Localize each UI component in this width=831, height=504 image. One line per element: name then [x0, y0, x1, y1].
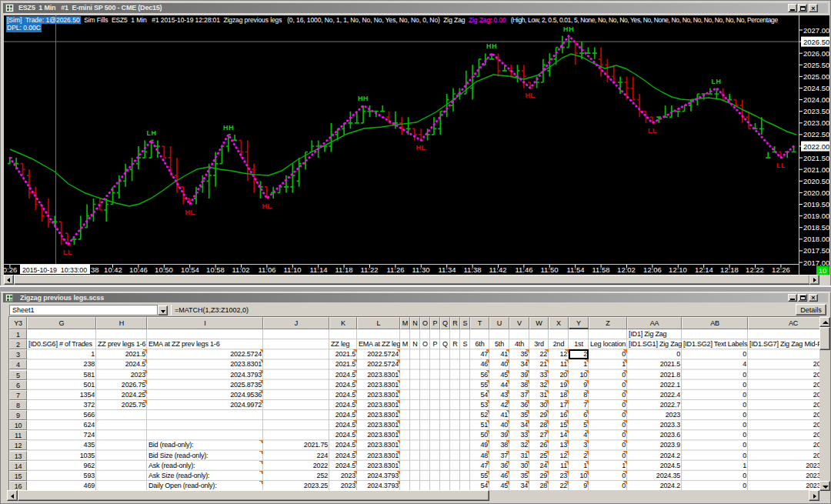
svg-text:HL: HL: [526, 92, 536, 99]
svg-text:12:02: 12:02: [617, 265, 636, 274]
svg-text:10: 10: [819, 266, 827, 275]
svg-text:2015-10-19 10:33:00: 2015-10-19 10:33:00: [22, 266, 87, 274]
svg-text:2017.50: 2017.50: [803, 246, 829, 255]
svg-text:2025.00: 2025.00: [803, 72, 829, 81]
svg-text:12:10: 12:10: [669, 265, 687, 274]
svg-text:10:54: 10:54: [181, 265, 199, 274]
svg-text:2025.50: 2025.50: [803, 61, 829, 69]
svg-text:2019.00: 2019.00: [803, 212, 829, 220]
svg-text:HL: HL: [262, 202, 272, 210]
svg-text:HH: HH: [358, 95, 369, 102]
svg-text:12:14: 12:14: [695, 265, 713, 274]
svg-text:12:06: 12:06: [643, 265, 662, 274]
svg-text:2019.50: 2019.50: [803, 200, 829, 209]
svg-text:11:42: 11:42: [489, 265, 506, 274]
svg-text:2026.00: 2026.00: [803, 49, 829, 58]
svg-text:2024.00: 2024.00: [803, 95, 829, 104]
svg-text:2020.50: 2020.50: [803, 177, 829, 185]
svg-text:10:46: 10:46: [129, 265, 148, 274]
svg-text:2018.00: 2018.00: [803, 235, 829, 243]
svg-text:2023.50: 2023.50: [803, 107, 829, 115]
svg-text:12:26: 12:26: [772, 265, 790, 274]
svg-text:11:06: 11:06: [258, 265, 275, 274]
svg-text:12:22: 12:22: [746, 265, 764, 274]
svg-text:HH: HH: [486, 42, 497, 50]
svg-text:11:54: 11:54: [566, 265, 584, 274]
svg-text:11:34: 11:34: [438, 265, 456, 274]
svg-text:10:42: 10:42: [104, 265, 122, 274]
svg-text:38: 38: [91, 265, 99, 274]
svg-text:2023.00: 2023.00: [803, 118, 829, 127]
svg-text:2020.00: 2020.00: [803, 189, 829, 197]
svg-text:11:58: 11:58: [592, 265, 609, 274]
svg-text:LL: LL: [776, 162, 786, 169]
svg-text:11:14: 11:14: [309, 265, 327, 274]
svg-text:2018.50: 2018.50: [803, 223, 829, 232]
svg-text:LH: LH: [147, 129, 157, 137]
svg-text:0:26: 0:26: [4, 265, 17, 274]
svg-text:HL: HL: [185, 209, 195, 216]
svg-text:10:50: 10:50: [155, 265, 173, 274]
svg-text:11:26: 11:26: [386, 265, 404, 274]
svg-text:11:46: 11:46: [515, 265, 532, 274]
svg-text:11:38: 11:38: [463, 265, 481, 274]
svg-text:2017.00: 2017.00: [803, 259, 829, 267]
svg-text:2027.00: 2027.00: [803, 26, 829, 35]
svg-text:LH: LH: [712, 78, 722, 85]
svg-text:10:58: 10:58: [206, 265, 225, 274]
svg-text:HH: HH: [223, 124, 234, 132]
svg-text:11:30: 11:30: [412, 265, 429, 274]
svg-text:2021.50: 2021.50: [803, 154, 829, 162]
svg-text:LL: LL: [648, 127, 657, 135]
svg-text:2022.50: 2022.50: [803, 130, 829, 139]
svg-text:2026.50: 2026.50: [803, 38, 829, 46]
svg-text:2021.00: 2021.00: [803, 165, 829, 174]
svg-text:2024.50: 2024.50: [803, 84, 829, 92]
svg-text:HL: HL: [416, 144, 426, 152]
svg-text:11:18: 11:18: [335, 265, 352, 274]
svg-text:LL: LL: [63, 249, 72, 256]
svg-text:11:02: 11:02: [232, 265, 249, 274]
svg-text:12:18: 12:18: [720, 265, 739, 274]
svg-text:11:50: 11:50: [540, 265, 558, 274]
svg-text:2022.00: 2022.00: [803, 142, 829, 151]
svg-text:11:22: 11:22: [360, 265, 378, 274]
svg-text:11:10: 11:10: [283, 265, 301, 274]
